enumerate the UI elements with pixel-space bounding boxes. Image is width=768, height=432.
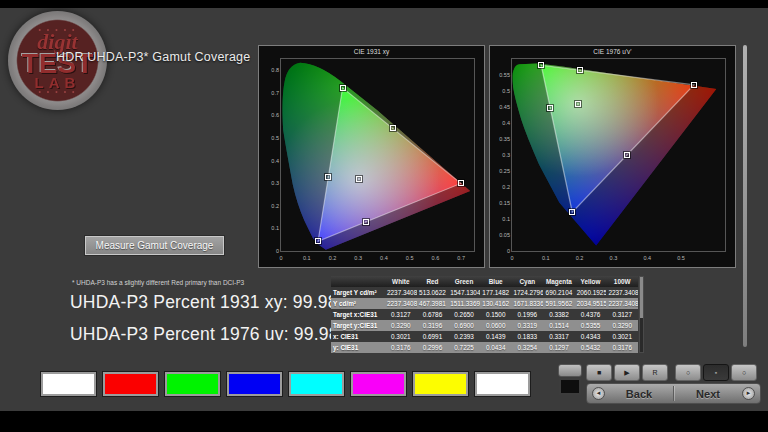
- x-tick-label: 0.6: [432, 255, 440, 261]
- results-table: WhiteRedGreenBlueCyanMagentaYellow100W T…: [331, 276, 638, 353]
- view-1-button[interactable]: ○: [675, 364, 701, 381]
- column-header-white: White: [385, 276, 417, 287]
- table-row: y: CIE310.31760.29960.72250.04340.32540.…: [331, 342, 638, 353]
- x-tick-label: 0.7: [457, 255, 465, 261]
- table-cell: 0.3176: [606, 342, 638, 353]
- meter-button[interactable]: [558, 364, 582, 377]
- x-tick-label: 0.4: [380, 255, 388, 261]
- table-cell: 0.0434: [480, 342, 512, 353]
- measurement-marker-yellow: [577, 67, 583, 73]
- swatch-magenta[interactable]: [351, 372, 406, 396]
- back-button[interactable]: Back: [605, 388, 673, 400]
- y-tick-label: 0.25: [496, 168, 510, 174]
- plot-area: 00.10.20.30.40.50.60.700.10.20.30.40.50.…: [280, 58, 475, 252]
- measurement-marker-green: [538, 62, 544, 68]
- table-cell: 0.3290: [606, 320, 638, 331]
- y-tick-label: 0.4: [496, 120, 510, 126]
- measurement-marker-white: [575, 101, 581, 107]
- table-cell: 0.3021: [385, 331, 417, 342]
- measurement-marker-red: [458, 180, 464, 186]
- read-icon: R: [652, 369, 657, 376]
- y-tick-label: 0.15: [496, 200, 510, 206]
- play-button[interactable]: ▶: [614, 364, 640, 381]
- column-header-red: Red: [417, 276, 449, 287]
- table-cell: 0.4376: [575, 309, 607, 320]
- x-tick-label: 0.3: [354, 255, 362, 261]
- table-row: Y cd/m²2237.3408467.39811511.3369130.416…: [331, 298, 638, 309]
- y-tick-label: 0.3: [496, 152, 510, 158]
- stop-button[interactable]: ■: [586, 364, 612, 381]
- table-cell: 0.7225: [448, 342, 480, 353]
- bottom-letterbox: [0, 411, 768, 432]
- table-cell: 0.2996: [417, 342, 449, 353]
- table-cell: 0.3317: [543, 331, 575, 342]
- table-cell: 0.6900: [448, 320, 480, 331]
- measurement-marker-red: [691, 82, 697, 88]
- view-3-button[interactable]: ○: [731, 364, 757, 381]
- table-cell: 1547.1304: [448, 287, 480, 298]
- next-arrow-icon[interactable]: ►: [742, 387, 755, 400]
- column-header-cyan: Cyan: [512, 276, 544, 287]
- table-scrollbar[interactable]: [639, 276, 644, 353]
- table-cell: 0.3319: [512, 320, 544, 331]
- y-tick-label: 0.7: [265, 90, 279, 96]
- measure-gamut-coverage-button[interactable]: Measure Gamut Coverage: [85, 236, 224, 255]
- column-header-magenta: Magenta: [543, 276, 575, 287]
- table-scrollbar-thumb[interactable]: [640, 277, 643, 318]
- y-tick-label: 0.2: [496, 184, 510, 190]
- table-cell: 0.3290: [385, 320, 417, 331]
- cie-1931-chart: CIE 1931 xy: [258, 45, 485, 268]
- x-tick-label: 0.3: [610, 255, 618, 261]
- table-cell: 0.2650: [448, 309, 480, 320]
- uhda-p3-footnote: * UHDA-P3 has a slightly different Red p…: [72, 279, 244, 286]
- row-label: y: CIE31: [331, 342, 385, 353]
- table-cell: 0.6786: [417, 309, 449, 320]
- plot-area: 00.10.20.30.40.500.050.10.150.20.250.30.…: [511, 58, 726, 252]
- result-1931-xy: UHDA-P3 Percent 1931 xy: 99.98: [70, 292, 338, 313]
- measurement-marker-yellow: [390, 125, 396, 131]
- table-cell: 1671.8336: [512, 298, 544, 309]
- view-2-button[interactable]: ▪: [703, 364, 729, 381]
- slide: • • • • • digit TEST LAB • • • • • HDR U…: [0, 0, 768, 432]
- page-title: HDR UHDA-P3* Gamut Coverage: [56, 50, 250, 64]
- table-cell: 0.0600: [480, 320, 512, 331]
- y-tick-label: 0.2: [265, 203, 279, 209]
- column-header-empty: [331, 276, 385, 287]
- measurements-table-wrap: WhiteRedGreenBlueCyanMagentaYellow100W T…: [331, 276, 638, 353]
- column-header-green: Green: [448, 276, 480, 287]
- x-tick-label: 0.1: [542, 255, 550, 261]
- measurement-marker-blue: [569, 209, 575, 215]
- swatch-white[interactable]: [41, 372, 96, 396]
- swatch-blue[interactable]: [227, 372, 282, 396]
- square-icon: ▪: [715, 369, 717, 376]
- swatch-green[interactable]: [165, 372, 220, 396]
- row-label: Target y:CIE31: [331, 320, 385, 331]
- table-cell: 0.1500: [480, 309, 512, 320]
- column-header-yellow: Yellow: [575, 276, 607, 287]
- row-label: Target x:CIE31: [331, 309, 385, 320]
- y-tick-label: 0.55: [496, 72, 510, 78]
- meter-display: [559, 378, 581, 395]
- page-scrollbar[interactable]: [743, 45, 747, 347]
- table-cell: 467.3981: [417, 298, 449, 309]
- cie-1976-chart: CIE 1976 u'v': [489, 45, 736, 268]
- measurement-marker-magenta: [624, 152, 630, 158]
- results-table-body: Target Y cd/m²2237.3408513.06221547.1304…: [331, 287, 638, 353]
- swatch-red[interactable]: [103, 372, 158, 396]
- table-cell: 0.5432: [575, 342, 607, 353]
- next-button[interactable]: Next: [674, 388, 742, 400]
- table-cell: 513.0622: [417, 287, 449, 298]
- y-tick-label: 0.8: [265, 67, 279, 73]
- swatch-cyan[interactable]: [289, 372, 344, 396]
- result-1976-uv: UHDA-P3 Percent 1976 uv: 99.98: [70, 324, 339, 345]
- swatch-white-100[interactable]: [475, 372, 530, 396]
- back-arrow-icon[interactable]: ◄: [592, 387, 605, 400]
- table-cell: 0.4343: [575, 331, 607, 342]
- read-button[interactable]: R: [642, 364, 668, 381]
- measurement-marker-white: [356, 176, 362, 182]
- x-tick-label: 0: [279, 255, 282, 261]
- measurement-marker-cyan: [547, 105, 553, 111]
- swatch-yellow[interactable]: [413, 372, 468, 396]
- x-tick-label: 0: [510, 255, 513, 261]
- x-tick-label: 0.2: [329, 255, 337, 261]
